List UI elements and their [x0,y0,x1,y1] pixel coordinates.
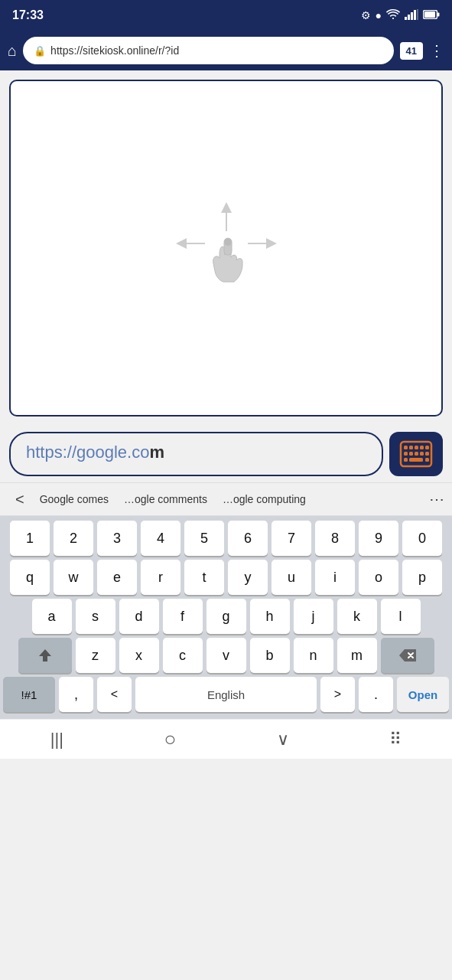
key-m[interactable]: m [337,638,377,673]
key-4[interactable]: 4 [141,521,180,556]
bottom-nav: ||| ○ ∨ ⠿ [0,719,452,759]
svg-rect-16 [404,452,408,456]
signal-icon [405,9,418,22]
svg-rect-11 [404,446,408,449]
key-7[interactable]: 7 [272,521,311,556]
period-key[interactable]: . [359,677,393,712]
right-arrow-key[interactable]: > [320,677,355,712]
more-options-button[interactable]: ⋮ [429,41,444,60]
virtual-keyboard: 1 2 3 4 5 6 7 8 9 0 q w e r t y u i o p … [0,516,452,719]
backspace-key[interactable] [381,638,434,673]
key-row-qwerty: q w e r t y u i o p [3,560,449,595]
status-time: 17:33 [12,8,44,22]
url-input-text: https://google.com [26,443,164,462]
key-2[interactable]: 2 [54,521,93,556]
key-y[interactable]: y [228,560,268,595]
gesture-hint [173,194,280,302]
suggestion-1[interactable]: Google comes [32,490,116,508]
key-k[interactable]: k [337,599,377,634]
key-a[interactable]: a [32,599,72,634]
suggestion-2[interactable]: …ogle comments [116,490,215,508]
key-q[interactable]: q [10,560,50,595]
svg-rect-22 [409,458,423,462]
key-u[interactable]: u [272,560,311,595]
svg-rect-18 [415,452,418,456]
key-b[interactable]: b [250,638,290,673]
svg-rect-1 [408,15,410,20]
nav-home-button[interactable]: ○ [164,727,176,751]
keyboard-icon [399,440,433,468]
wifi-icon [386,9,400,22]
key-row-asdf: a s d f g h j k l [3,599,449,634]
key-c[interactable]: c [163,638,203,673]
nav-recent-button[interactable]: ∨ [277,730,289,750]
key-s[interactable]: s [76,599,115,634]
url-input-area: https://google.com [0,426,452,482]
svg-rect-19 [420,452,424,456]
svg-rect-2 [411,12,413,20]
svg-rect-0 [405,17,407,20]
left-arrow-key[interactable]: < [97,677,132,712]
key-row-numbers: 1 2 3 4 5 6 7 8 9 0 [3,521,449,556]
autocomplete-more-button[interactable]: ⋯ [429,490,444,508]
key-v[interactable]: v [206,638,246,673]
key-z[interactable]: z [76,638,115,673]
key-1[interactable]: 1 [10,521,50,556]
svg-rect-23 [425,458,429,462]
lock-icon: 🔒 [34,45,46,57]
suggestion-3[interactable]: …ogle computing [215,490,314,508]
svg-rect-15 [425,446,429,449]
nav-back-button[interactable]: ||| [50,730,63,750]
autocomplete-bar: < Google comes …ogle comments …ogle comp… [0,482,452,516]
nav-grid-button[interactable]: ⠿ [389,730,402,750]
url-input-display[interactable]: https://google.com [9,432,383,476]
key-x[interactable]: x [119,638,159,673]
key-w[interactable]: w [54,560,93,595]
key-5[interactable]: 5 [184,521,224,556]
space-key[interactable]: English [135,677,317,712]
key-t[interactable]: t [184,560,224,595]
autocomplete-back-button[interactable]: < [8,488,32,511]
shift-key[interactable] [18,638,72,673]
key-9[interactable]: 9 [359,521,398,556]
status-icons: ⚙ ● [361,9,440,22]
location-icon: ● [376,9,382,21]
key-row-bottom: !#1 , < English > . Open [3,677,449,712]
svg-rect-6 [437,13,440,17]
svg-rect-12 [409,446,413,449]
key-8[interactable]: 8 [315,521,355,556]
key-r[interactable]: r [141,560,180,595]
key-e[interactable]: e [97,560,137,595]
key-0[interactable]: 0 [402,521,442,556]
keyboard-toggle-button[interactable] [389,432,443,476]
key-f[interactable]: f [163,599,203,634]
battery-icon [423,9,440,21]
svg-rect-7 [424,11,435,18]
open-key[interactable]: Open [397,677,449,712]
key-i[interactable]: i [315,560,355,595]
key-row-zxcv: z x c v b n m [3,638,449,673]
key-o[interactable]: o [359,560,398,595]
key-g[interactable]: g [206,599,246,634]
key-l[interactable]: l [381,599,421,634]
key-h[interactable]: h [250,599,290,634]
svg-rect-13 [415,446,418,449]
url-text: https://sitekiosk.online/r/?id [50,44,179,57]
key-3[interactable]: 3 [97,521,137,556]
svg-rect-21 [404,458,408,462]
key-p[interactable]: p [402,560,442,595]
key-j[interactable]: j [294,599,333,634]
home-button[interactable]: ⌂ [8,42,17,60]
svg-rect-20 [425,452,429,456]
hand-gesture-icon [203,236,249,293]
status-bar: 17:33 ⚙ ● [0,0,452,31]
browser-bar: ⌂ 🔒 https://sitekiosk.online/r/?id 41 ⋮ [0,31,452,70]
key-n[interactable]: n [294,638,333,673]
comma-key[interactable]: , [59,677,93,712]
symbols-key[interactable]: !#1 [3,677,55,712]
key-d[interactable]: d [119,599,159,634]
address-bar[interactable]: 🔒 https://sitekiosk.online/r/?id [23,37,393,64]
tab-count-badge[interactable]: 41 [400,42,423,60]
alarm-icon: ⚙ [361,9,371,21]
key-6[interactable]: 6 [228,521,268,556]
